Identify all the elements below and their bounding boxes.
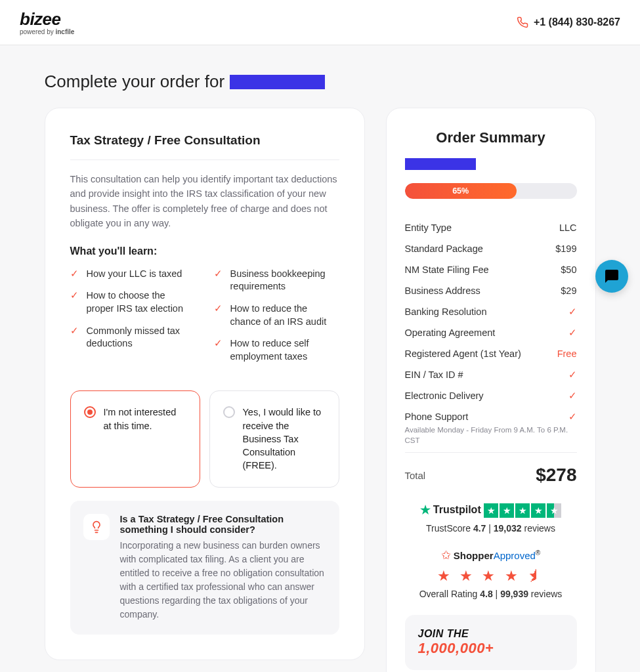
logo[interactable]: bizee powered by incfile xyxy=(20,9,74,35)
check-icon: ✓ xyxy=(70,325,79,350)
check-icon: ✓ xyxy=(568,411,577,422)
total-label: Total xyxy=(405,470,426,481)
phone-icon xyxy=(517,16,528,28)
summary-line-item: Business Address$29 xyxy=(405,280,577,301)
line-item-label: Registered Agent (1st Year) xyxy=(405,348,521,359)
summary-line-item: Standard Package$199 xyxy=(405,238,577,259)
option-label: Yes, I would like to receive the Busines… xyxy=(243,406,326,472)
check-icon: ✓ xyxy=(70,268,79,281)
join-line-2: 1,000,000+ xyxy=(418,640,564,657)
summary-line-item: NM State Filing Fee$50 xyxy=(405,259,577,280)
learn-title: What you'll learn: xyxy=(70,245,339,257)
line-item-label: Banking Resolution xyxy=(405,306,487,317)
learn-item: ✓ How your LLC is taxed xyxy=(70,268,196,281)
option-label: I'm not interested at this time. xyxy=(104,406,186,472)
line-item-label: Standard Package xyxy=(405,243,483,254)
line-item-label: NM State Filing Fee xyxy=(405,264,489,275)
check-icon: ✓ xyxy=(568,306,577,317)
option-yes-consultation[interactable]: Yes, I would like to receive the Busines… xyxy=(209,390,339,487)
logo-main: bizee xyxy=(20,9,61,30)
summary-line-item: Banking Resolution✓ xyxy=(405,301,577,322)
star-icon: ★ xyxy=(420,503,431,517)
consultation-card: Tax Strategy / Free Consultation This co… xyxy=(45,108,365,660)
star-icon: ✩ xyxy=(441,548,451,562)
phone-number: +1 (844) 830-8267 xyxy=(534,16,620,28)
shopper-stars: ★ ★ ★ ★ ⯨ xyxy=(405,568,577,585)
logo-sub: powered by incfile xyxy=(20,28,74,35)
tip-answer: Incorporating a new business can burden … xyxy=(120,539,326,621)
chat-icon xyxy=(604,268,620,284)
trustpilot-logo: ★ Trustpilot xyxy=(420,503,481,517)
summary-line-item: EIN / Tax ID #✓ xyxy=(405,364,577,385)
trustpilot-block: ★ Trustpilot ★★★★★ TrustScore 4.7 | 19,0… xyxy=(405,503,577,534)
app-header: bizee powered by incfile +1 (844) 830-82… xyxy=(0,0,640,45)
summary-line-item: Registered Agent (1st Year)Free xyxy=(405,343,577,364)
phone-support-note: Available Monday - Friday From 9 A.M. To… xyxy=(405,425,577,446)
check-icon: ✓ xyxy=(568,369,577,380)
line-item-label: EIN / Tax ID # xyxy=(405,369,463,380)
check-icon: ✓ xyxy=(568,390,577,401)
learn-item: ✓ How to reduce self employment taxes xyxy=(214,337,339,363)
line-item-label: Phone Support xyxy=(405,411,469,422)
header-phone[interactable]: +1 (844) 830-8267 xyxy=(517,16,620,28)
option-not-interested[interactable]: I'm not interested at this time. xyxy=(70,390,200,487)
check-icon: ✓ xyxy=(214,268,223,293)
redacted-company-name xyxy=(230,75,325,89)
order-summary-card: Order Summary 65% Entity TypeLLCStandard… xyxy=(386,108,596,672)
card-description: This consultation can help you identify … xyxy=(70,172,339,231)
progress-fill: 65% xyxy=(405,183,517,199)
shopper-score-line: Overall Rating 4.8 | 99,939 reviews xyxy=(405,589,577,599)
summary-line-item: Operating Agreement✓ xyxy=(405,322,577,343)
learn-item: ✓ Business bookkeeping requirements xyxy=(214,268,339,293)
lightbulb-icon xyxy=(83,514,110,540)
check-icon: ✓ xyxy=(214,337,223,363)
check-icon: ✓ xyxy=(568,327,577,338)
progress-bar: 65% xyxy=(405,183,577,199)
radio-icon xyxy=(223,406,235,418)
page-title: Complete your order for xyxy=(45,72,596,92)
line-item-value: Free xyxy=(557,348,577,359)
check-icon: ✓ xyxy=(70,289,79,315)
line-item-value: $199 xyxy=(555,243,576,254)
trustpilot-stars: ★★★★★ xyxy=(484,503,561,518)
trustpilot-score-line: TrustScore 4.7 | 19,032 reviews xyxy=(405,523,577,534)
learn-item: ✓ Commonly missed tax deductions xyxy=(70,325,196,350)
summary-line-item: Entity TypeLLC xyxy=(405,217,577,238)
summary-title: Order Summary xyxy=(405,129,577,146)
line-item-value: LLC xyxy=(559,222,577,233)
line-item-label: Electronic Delivery xyxy=(405,390,484,401)
summary-line-item: Electronic Delivery✓ xyxy=(405,385,577,406)
line-item-label: Operating Agreement xyxy=(405,327,496,338)
line-item-label: Entity Type xyxy=(405,222,452,233)
line-item-value: $29 xyxy=(561,285,576,296)
learn-item: ✓ How to choose the proper IRS tax elect… xyxy=(70,289,196,315)
chat-fab[interactable] xyxy=(595,260,628,293)
shopper-approved-logo: ✩ ShopperApproved® xyxy=(441,548,540,562)
tip-question: Is a Tax Strategy / Free Consultation so… xyxy=(120,514,326,535)
check-icon: ✓ xyxy=(214,303,223,328)
card-title: Tax Strategy / Free Consultation xyxy=(70,133,339,148)
join-line-1: JOIN THE xyxy=(418,628,564,640)
radio-icon xyxy=(84,406,96,418)
learn-item: ✓ How to reduce the chance of an IRS aud… xyxy=(214,303,339,328)
total-value: $278 xyxy=(536,465,576,486)
redacted-company-name xyxy=(405,158,476,170)
line-item-value: $50 xyxy=(561,264,576,275)
join-card: JOIN THE 1,000,000+ xyxy=(405,615,577,670)
line-item-label: Business Address xyxy=(405,285,480,296)
shopper-approved-block: ✩ ShopperApproved® ★ ★ ★ ★ ⯨ Overall Rat… xyxy=(405,548,577,599)
tip-box: Is a Tax Strategy / Free Consultation so… xyxy=(70,501,339,635)
